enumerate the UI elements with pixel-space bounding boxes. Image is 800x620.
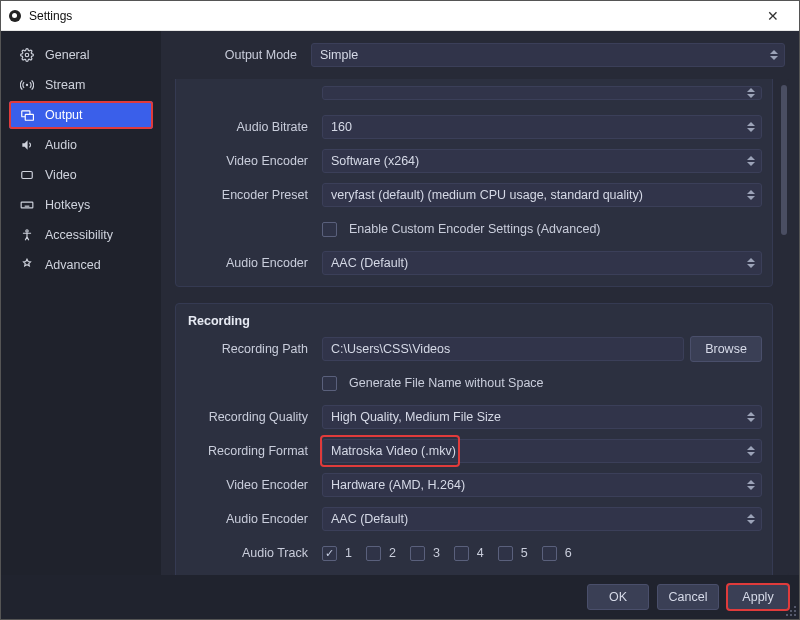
keyboard-icon xyxy=(19,197,35,213)
recording-section-title: Recording xyxy=(176,304,772,332)
audio-bitrate-select[interactable]: 160 xyxy=(322,115,762,139)
svg-rect-4 xyxy=(22,172,33,179)
generate-no-space-label: Generate File Name without Space xyxy=(349,376,544,390)
recording-video-encoder-label: Video Encoder xyxy=(186,478,316,492)
encoder-preset-value: veryfast (default) (medium CPU usage, st… xyxy=(331,188,643,202)
sidebar-item-label: Accessibility xyxy=(45,228,113,242)
sidebar-item-accessibility[interactable]: Accessibility xyxy=(9,221,153,249)
broadcast-icon xyxy=(19,77,35,93)
scroll-inner: Audio Bitrate 160 Video Encoder Software… xyxy=(171,79,777,575)
audio-track-label: Audio Track xyxy=(186,546,316,560)
select-arrows-icon xyxy=(744,255,758,271)
audio-track-2-checkbox[interactable] xyxy=(366,546,381,561)
sidebar-item-advanced[interactable]: Advanced xyxy=(9,251,153,279)
sidebar: General Stream Output Audio Video Hotkey… xyxy=(1,31,161,575)
select-arrows-icon xyxy=(744,90,758,96)
cancel-button[interactable]: Cancel xyxy=(657,584,719,610)
select-arrows-icon xyxy=(744,409,758,425)
sidebar-item-label: Advanced xyxy=(45,258,101,272)
select-arrows-icon xyxy=(744,187,758,203)
sidebar-item-audio[interactable]: Audio xyxy=(9,131,153,159)
streaming-video-encoder-select[interactable]: Software (x264) xyxy=(322,149,762,173)
enable-custom-encoder-label: Enable Custom Encoder Settings (Advanced… xyxy=(349,222,601,236)
ok-button[interactable]: OK xyxy=(587,584,649,610)
audio-track-6-checkbox[interactable] xyxy=(542,546,557,561)
audio-bitrate-row: Audio Bitrate 160 xyxy=(186,114,762,140)
recording-section: Recording Recording Path C:\Users\CSS\Vi… xyxy=(175,303,773,575)
recording-audio-encoder-value: AAC (Default) xyxy=(331,512,408,526)
audio-track-4-checkbox[interactable] xyxy=(454,546,469,561)
audio-track-row: Audio Track 1 2 3 4 5 6 xyxy=(186,540,762,566)
recording-path-row: Recording Path C:\Users\CSS\Videos Brows… xyxy=(186,336,762,362)
output-mode-select[interactable]: Simple xyxy=(311,43,785,67)
streaming-audio-encoder-row: Audio Encoder AAC (Default) xyxy=(186,250,762,276)
audio-bitrate-value: 160 xyxy=(331,120,352,134)
streaming-audio-encoder-label: Audio Encoder xyxy=(186,256,316,270)
vertical-scrollbar[interactable] xyxy=(781,85,787,235)
sidebar-item-label: General xyxy=(45,48,89,62)
select-arrows-icon xyxy=(744,511,758,527)
encoder-preset-select[interactable]: veryfast (default) (medium CPU usage, st… xyxy=(322,183,762,207)
streaming-cut-field[interactable] xyxy=(322,86,762,100)
recording-format-select[interactable]: Matroska Video (.mkv) xyxy=(322,439,762,463)
encoder-preset-label: Encoder Preset xyxy=(186,188,316,202)
sidebar-item-video[interactable]: Video xyxy=(9,161,153,189)
recording-video-encoder-select[interactable]: Hardware (AMD, H.264) xyxy=(322,473,762,497)
recording-video-encoder-row: Video Encoder Hardware (AMD, H.264) xyxy=(186,472,762,498)
audio-bitrate-label: Audio Bitrate xyxy=(186,120,316,134)
scroll-area: Audio Bitrate 160 Video Encoder Software… xyxy=(171,79,789,575)
select-arrows-icon xyxy=(744,477,758,493)
generate-no-space-row: Generate File Name without Space xyxy=(186,370,762,396)
recording-format-label: Recording Format xyxy=(186,444,316,458)
generate-no-space-checkbox[interactable] xyxy=(322,376,337,391)
apply-button[interactable]: Apply xyxy=(727,584,789,610)
browse-button[interactable]: Browse xyxy=(690,336,762,362)
audio-track-3-checkbox[interactable] xyxy=(410,546,425,561)
titlebar: Settings ✕ xyxy=(1,1,799,31)
recording-audio-encoder-select[interactable]: AAC (Default) xyxy=(322,507,762,531)
streaming-video-encoder-value: Software (x264) xyxy=(331,154,419,168)
enable-custom-encoder-row: Enable Custom Encoder Settings (Advanced… xyxy=(186,216,762,242)
sidebar-item-output[interactable]: Output xyxy=(9,101,153,129)
audio-track-1-checkbox[interactable] xyxy=(322,546,337,561)
svg-rect-3 xyxy=(25,114,33,120)
sidebar-item-stream[interactable]: Stream xyxy=(9,71,153,99)
sidebar-item-label: Output xyxy=(45,108,83,122)
output-mode-label: Output Mode xyxy=(175,48,305,62)
sidebar-item-general[interactable]: General xyxy=(9,41,153,69)
recording-quality-value: High Quality, Medium File Size xyxy=(331,410,501,424)
sidebar-item-label: Audio xyxy=(45,138,77,152)
window-body: General Stream Output Audio Video Hotkey… xyxy=(1,31,799,575)
encoder-preset-row: Encoder Preset veryfast (default) (mediu… xyxy=(186,182,762,208)
streaming-top-cut-row xyxy=(186,80,762,106)
streaming-audio-encoder-select[interactable]: AAC (Default) xyxy=(322,251,762,275)
select-arrows-icon xyxy=(744,443,758,459)
recording-path-label: Recording Path xyxy=(186,342,316,356)
streaming-video-encoder-row: Video Encoder Software (x264) xyxy=(186,148,762,174)
svg-point-6 xyxy=(26,230,28,232)
svg-point-1 xyxy=(26,84,28,86)
enable-custom-encoder-checkbox[interactable] xyxy=(322,222,337,237)
gear-icon xyxy=(19,47,35,63)
app-icon xyxy=(9,10,21,22)
audio-track-5-checkbox[interactable] xyxy=(498,546,513,561)
streaming-video-encoder-label: Video Encoder xyxy=(186,154,316,168)
recording-audio-encoder-row: Audio Encoder AAC (Default) xyxy=(186,506,762,532)
recording-path-field[interactable]: C:\Users\CSS\Videos xyxy=(322,337,684,361)
sidebar-item-label: Stream xyxy=(45,78,85,92)
audio-icon xyxy=(19,137,35,153)
recording-format-row: Recording Format Matroska Video (.mkv) xyxy=(186,438,762,464)
select-arrows-icon xyxy=(767,47,781,63)
dialog-footer: OK Cancel Apply xyxy=(1,575,799,619)
settings-window: Settings ✕ General Stream Output Audio xyxy=(0,0,800,620)
video-icon xyxy=(19,167,35,183)
close-button[interactable]: ✕ xyxy=(755,1,791,30)
sidebar-item-hotkeys[interactable]: Hotkeys xyxy=(9,191,153,219)
streaming-audio-encoder-value: AAC (Default) xyxy=(331,256,408,270)
resize-grip-icon[interactable] xyxy=(785,605,797,617)
sidebar-item-label: Hotkeys xyxy=(45,198,90,212)
svg-point-0 xyxy=(25,53,29,57)
recording-quality-label: Recording Quality xyxy=(186,410,316,424)
select-arrows-icon xyxy=(744,153,758,169)
recording-quality-select[interactable]: High Quality, Medium File Size xyxy=(322,405,762,429)
